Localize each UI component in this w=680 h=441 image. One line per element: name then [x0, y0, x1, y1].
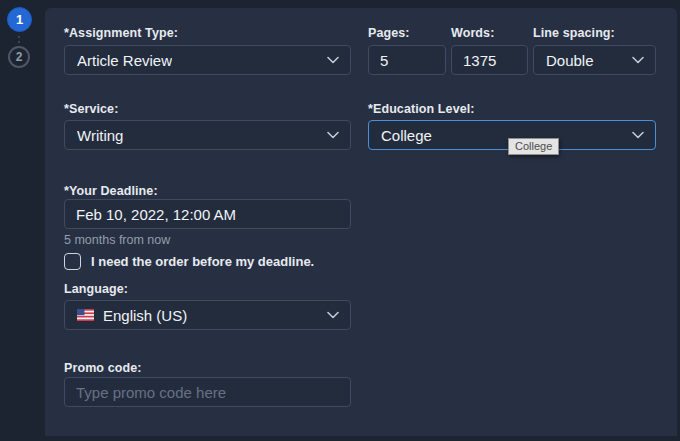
line-spacing-label: Line spacing:	[533, 26, 615, 40]
education-level-value: College	[381, 127, 432, 144]
promo-code-input[interactable]	[65, 378, 350, 406]
chevron-down-icon	[632, 56, 644, 64]
language-value: English (US)	[103, 307, 187, 324]
deadline-helper-text: 5 months from now	[64, 233, 170, 247]
step-1-label: 1	[16, 12, 23, 27]
order-form-panel: *Assignment Type: Article Review Pages: …	[45, 8, 677, 436]
deadline-field-wrap	[64, 199, 351, 229]
education-level-tooltip: College	[508, 138, 559, 155]
rush-order-checkbox-label: I need the order before my deadline.	[91, 254, 314, 269]
chevron-down-icon	[327, 131, 339, 139]
rush-order-checkbox-row[interactable]: I need the order before my deadline.	[64, 253, 314, 270]
step-2-label: 2	[16, 50, 23, 64]
chevron-down-icon	[632, 131, 644, 139]
words-input[interactable]	[452, 46, 527, 74]
step-rail: 1 2	[0, 0, 45, 441]
assignment-type-select[interactable]: Article Review	[64, 45, 351, 75]
line-spacing-select[interactable]: Double	[533, 45, 656, 75]
pages-input[interactable]	[369, 46, 445, 74]
promo-field-wrap	[64, 377, 351, 407]
chevron-down-icon	[327, 311, 339, 319]
language-label: Language:	[64, 282, 128, 296]
pages-field-wrap	[368, 45, 446, 75]
us-flag-icon	[77, 309, 94, 321]
assignment-type-value: Article Review	[77, 52, 172, 69]
assignment-type-label: *Assignment Type:	[64, 26, 178, 40]
pages-label: Pages:	[368, 26, 410, 40]
words-label: Words:	[451, 26, 494, 40]
service-value: Writing	[77, 127, 123, 144]
step-connector	[18, 36, 20, 43]
line-spacing-value: Double	[546, 52, 594, 69]
promo-code-label: Promo code:	[64, 361, 142, 375]
step-2-indicator[interactable]: 2	[8, 46, 30, 68]
language-select[interactable]: English (US)	[64, 300, 351, 330]
deadline-input[interactable]	[65, 200, 350, 228]
deadline-label: *Your Deadline:	[64, 184, 158, 198]
service-select[interactable]: Writing	[64, 120, 351, 150]
rush-order-checkbox[interactable]	[64, 253, 81, 270]
step-1-indicator[interactable]: 1	[7, 7, 32, 32]
service-label: *Service:	[64, 102, 118, 116]
education-level-label: *Education Level:	[368, 102, 475, 116]
chevron-down-icon	[327, 56, 339, 64]
words-field-wrap	[451, 45, 528, 75]
